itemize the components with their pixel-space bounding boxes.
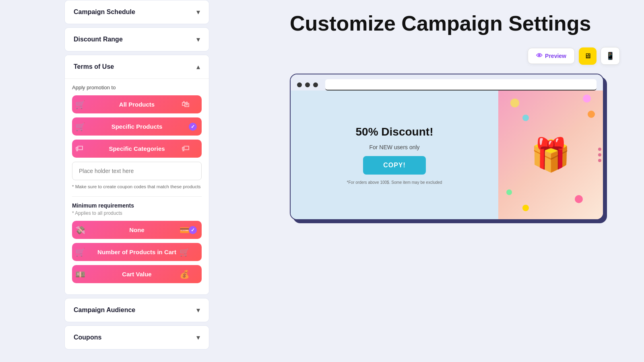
page-title: Customize Campaign Settings bbox=[290, 12, 620, 35]
discount-subtitle: For NEW users only bbox=[369, 144, 419, 150]
cart-value-button[interactable]: 💵 Cart Value 💰 bbox=[72, 265, 202, 283]
specific-products-icon-left: 🛒 bbox=[75, 122, 85, 132]
specific-categories-icon-left: 🏷 bbox=[75, 144, 83, 153]
number-of-products-label: Number of Products in Cart bbox=[97, 249, 176, 255]
campaign-audience-label: Campaign Audience bbox=[74, 306, 135, 314]
discount-range-accordion: Discount Range ▾ bbox=[64, 27, 209, 51]
min-req-label: Minimum requirements bbox=[72, 202, 202, 209]
coupons-chevron: ▾ bbox=[196, 333, 200, 342]
terms-of-use-label: Terms of Use bbox=[74, 63, 114, 70]
edge-dot-1 bbox=[598, 148, 601, 151]
left-panel: Campaign Schedule ▾ Discount Range ▾ Ter… bbox=[0, 0, 266, 362]
specific-products-label: Specific Products bbox=[111, 123, 163, 130]
coupons-header[interactable]: Coupons ▾ bbox=[65, 326, 209, 349]
coupons-label: Coupons bbox=[74, 334, 101, 341]
browser-address-bar bbox=[325, 79, 597, 90]
fine-print: *For orders above 100$. Some item may be… bbox=[347, 180, 442, 185]
campaign-schedule-chevron: ▾ bbox=[196, 8, 200, 16]
min-req-sublabel: * Applies to all products bbox=[72, 210, 202, 216]
terms-of-use-accordion: Terms of Use ▴ Apply promotion to 🛒 All … bbox=[64, 55, 209, 295]
campaign-schedule-accordion: Campaign Schedule ▾ bbox=[64, 0, 209, 24]
specific-categories-button[interactable]: 🏷 Specific Categories 🏷 bbox=[72, 140, 202, 158]
campaign-schedule-label: Campaign Schedule bbox=[74, 8, 135, 16]
browser-top-bar bbox=[291, 74, 603, 90]
preview-label: Preview bbox=[545, 53, 566, 59]
specific-categories-label: Specific Categories bbox=[109, 145, 165, 152]
mobile-icon: 📱 bbox=[606, 52, 615, 60]
none-icon-left: 💸 bbox=[75, 225, 85, 235]
edge-dots bbox=[598, 148, 603, 162]
browser-dot-1 bbox=[297, 82, 302, 87]
confetti-dot-1 bbox=[510, 99, 519, 107]
campaign-audience-header[interactable]: Campaign Audience ▾ bbox=[65, 298, 209, 322]
all-products-button[interactable]: 🛒 All Products 🛍 bbox=[72, 95, 202, 113]
cart-value-label: Cart Value bbox=[122, 271, 151, 278]
number-of-products-icon-right: 🛒 bbox=[180, 247, 190, 257]
all-products-icon-left: 🛒 bbox=[75, 100, 85, 109]
promo-image: 🎁 bbox=[498, 90, 603, 219]
coupons-accordion: Coupons ▾ bbox=[64, 325, 209, 350]
discount-title: 50% Discount! bbox=[356, 125, 433, 138]
confetti-dot-7 bbox=[522, 205, 529, 211]
gift-image: 🎁 bbox=[530, 136, 571, 174]
discount-range-label: Discount Range bbox=[74, 36, 123, 43]
right-panel: Customize Campaign Settings 👁 Preview 🖥 … bbox=[266, 0, 644, 362]
edge-dot-2 bbox=[598, 153, 601, 156]
campaign-audience-accordion: Campaign Audience ▾ bbox=[64, 298, 209, 322]
specific-categories-icon-right: 🏷 bbox=[182, 144, 190, 153]
confetti-dot-5 bbox=[506, 189, 512, 195]
copy-button[interactable]: COPY! bbox=[363, 156, 426, 175]
browser-content: 50% Discount! For NEW users only COPY! *… bbox=[291, 90, 603, 219]
specific-products-button[interactable]: 🛒 Specific Products bbox=[72, 117, 202, 136]
discount-range-header[interactable]: Discount Range ▾ bbox=[65, 28, 209, 51]
none-label: None bbox=[129, 226, 144, 233]
promo-card-right: 🎁 bbox=[498, 90, 603, 219]
divider bbox=[72, 196, 202, 197]
desktop-device-button[interactable]: 🖥 bbox=[579, 47, 597, 65]
number-of-products-button[interactable]: 🛒 Number of Products in Cart 🛒 bbox=[72, 243, 202, 261]
discount-range-chevron: ▾ bbox=[196, 35, 200, 44]
browser-dot-2 bbox=[305, 82, 310, 87]
product-search-input[interactable] bbox=[72, 162, 202, 180]
campaign-audience-chevron: ▾ bbox=[196, 306, 200, 315]
confetti-dot-6 bbox=[575, 195, 583, 203]
preview-button[interactable]: 👁 Preview bbox=[528, 48, 575, 64]
promo-card-left: 50% Discount! For NEW users only COPY! *… bbox=[291, 90, 498, 219]
all-products-icon-right: 🛍 bbox=[182, 100, 190, 109]
browser-window: 50% Discount! For NEW users only COPY! *… bbox=[290, 74, 604, 220]
campaign-schedule-header[interactable]: Campaign Schedule ▾ bbox=[65, 0, 209, 24]
cart-value-icon-right: 💰 bbox=[180, 269, 190, 279]
terms-of-use-chevron: ▴ bbox=[196, 62, 200, 71]
confetti-dot-4 bbox=[588, 111, 595, 118]
coupon-note: * Make sure to create coupon codes that … bbox=[72, 183, 202, 190]
none-icon-right: 💳 bbox=[180, 225, 190, 235]
preview-bar: 👁 Preview 🖥 📱 bbox=[290, 47, 620, 65]
browser-dot-3 bbox=[313, 82, 318, 87]
none-button[interactable]: 💸 None 💳 bbox=[72, 221, 202, 239]
cart-value-icon-left: 💵 bbox=[75, 269, 85, 279]
terms-of-use-body: Apply promotion to 🛒 All Products 🛍 🛒 Sp… bbox=[65, 78, 209, 294]
eye-icon: 👁 bbox=[536, 52, 543, 60]
apply-promotion-label: Apply promotion to bbox=[72, 84, 202, 90]
all-products-label: All Products bbox=[119, 101, 155, 108]
terms-of-use-header[interactable]: Terms of Use ▴ bbox=[65, 55, 209, 78]
confetti-dot-2 bbox=[522, 115, 529, 121]
mobile-device-button[interactable]: 📱 bbox=[601, 47, 620, 65]
confetti-dot-3 bbox=[583, 95, 591, 103]
edge-dot-3 bbox=[598, 159, 601, 162]
desktop-icon: 🖥 bbox=[584, 52, 591, 60]
number-of-products-icon-left: 🛒 bbox=[75, 247, 85, 257]
